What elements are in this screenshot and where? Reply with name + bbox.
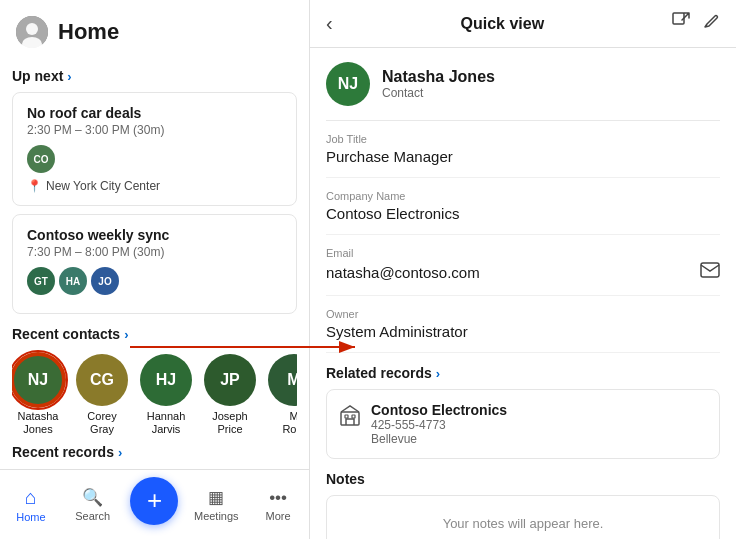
recent-contacts-header[interactable]: Recent contacts › <box>12 326 297 342</box>
field-job-title: Job Title Purchase Manager <box>326 121 720 178</box>
field-company-value: Contoso Electronics <box>326 205 720 222</box>
related-records-section: Related records › Contoso Electronics 42… <box>326 365 720 459</box>
related-1-phone: 425-555-4773 <box>371 418 507 432</box>
contact-large-avatar: NJ <box>326 62 370 106</box>
notes-card: Your notes will appear here. Add a note <box>326 495 720 539</box>
related-card-1[interactable]: Contoso Electronics 425-555-4773 Bellevu… <box>326 389 720 459</box>
related-records-chevron: › <box>436 366 440 381</box>
contact-header-info: Natasha Jones Contact <box>382 68 495 100</box>
contact-jp-name: JosephPrice <box>212 410 247 436</box>
quick-view-actions <box>672 12 720 35</box>
quick-view-title: Quick view <box>341 15 664 33</box>
nav-home[interactable]: ⌂ Home <box>0 486 62 523</box>
upnext-label: Up next <box>12 68 63 84</box>
location-icon: 📍 <box>27 179 42 193</box>
home-icon: ⌂ <box>25 486 37 509</box>
notes-placeholder: Your notes will appear here. <box>443 516 604 531</box>
contact-cg[interactable]: CG CoreyGray <box>76 354 128 436</box>
related-card-1-info: Contoso Electronics 425-555-4773 Bellevu… <box>371 402 507 446</box>
field-company: Company Name Contoso Electronics <box>326 178 720 235</box>
attendee-jo: JO <box>91 267 119 295</box>
related-records-label: Related records <box>326 365 432 381</box>
recent-contacts-chevron: › <box>124 327 128 342</box>
field-owner-label: Owner <box>326 308 720 320</box>
fab-button[interactable]: + <box>130 477 178 525</box>
field-owner-value: System Administrator <box>326 323 720 340</box>
upnext-section-header[interactable]: Up next › <box>12 68 297 84</box>
building-icon <box>339 404 361 431</box>
search-icon: 🔍 <box>82 487 103 508</box>
nav-meetings[interactable]: ▦ Meetings <box>185 487 247 522</box>
field-job-title-value: Purchase Manager <box>326 148 720 165</box>
page-title: Home <box>58 19 119 45</box>
attendee-co: CO <box>27 145 55 173</box>
open-external-icon[interactable] <box>672 12 690 35</box>
notes-section: Notes Your notes will appear here. Add a… <box>326 471 720 539</box>
content-scroll: Up next › No roof car deals 2:30 PM – 3:… <box>0 56 309 469</box>
attendee-ha: HA <box>59 267 87 295</box>
contact-cg-avatar: CG <box>76 354 128 406</box>
attendee-gt: GT <box>27 267 55 295</box>
svg-point-1 <box>26 23 38 35</box>
field-email-row: natasha@contoso.com <box>326 262 720 283</box>
contact-jp-avatar: JP <box>204 354 256 406</box>
contact-jp[interactable]: JP JosephPrice <box>204 354 256 436</box>
recent-records-label: Recent records <box>12 444 114 460</box>
field-job-title-label: Job Title <box>326 133 720 145</box>
recent-contacts-label: Recent contacts <box>12 326 120 342</box>
contact-m-avatar: M <box>268 354 297 406</box>
related-records-header[interactable]: Related records › <box>326 365 720 381</box>
bottom-nav: ⌂ Home 🔍 Search + ▦ Meetings ••• More <box>0 469 309 539</box>
event-1-time: 2:30 PM – 3:00 PM (30m) <box>27 123 282 137</box>
nav-search-label: Search <box>75 510 110 522</box>
svg-rect-5 <box>673 13 684 24</box>
contact-cg-name: CoreyGray <box>87 410 116 436</box>
contact-hj-name: HannahJarvis <box>147 410 186 436</box>
meetings-icon: ▦ <box>208 487 224 508</box>
contact-nj[interactable]: NJ NatashaJones <box>12 354 64 436</box>
nav-meetings-label: Meetings <box>194 510 239 522</box>
quick-view-content: NJ Natasha Jones Contact Job Title Purch… <box>310 48 736 539</box>
nav-home-label: Home <box>16 511 45 523</box>
svg-rect-9 <box>352 415 355 418</box>
left-panel: Home Up next › No roof car deals 2:30 PM… <box>0 0 310 539</box>
contact-m[interactable]: M MRo... <box>268 354 297 436</box>
back-button[interactable]: ‹ <box>326 12 333 35</box>
contacts-row: NJ NatashaJones CG CoreyGray HJ HannahJa… <box>12 350 297 440</box>
edit-icon[interactable] <box>702 12 720 35</box>
event-card-2[interactable]: Contoso weekly sync 7:30 PM – 8:00 PM (3… <box>12 214 297 314</box>
recent-records-chevron: › <box>118 445 122 460</box>
event-2-attendees: GT HA JO <box>27 267 282 295</box>
email-action-icon[interactable] <box>700 262 720 283</box>
nav-fab[interactable]: + <box>124 477 186 533</box>
related-1-location: Bellevue <box>371 432 507 446</box>
contact-nj-avatar: NJ <box>12 354 64 406</box>
quick-view-header: ‹ Quick view <box>310 0 736 48</box>
related-1-name: Contoso Electronics <box>371 402 507 418</box>
event-1-attendees: CO <box>27 145 282 173</box>
field-company-label: Company Name <box>326 190 720 202</box>
contact-hj[interactable]: HJ HannahJarvis <box>140 354 192 436</box>
event-1-title: No roof car deals <box>27 105 282 121</box>
upnext-chevron: › <box>67 69 71 84</box>
notes-label: Notes <box>326 471 365 487</box>
user-avatar <box>16 16 48 48</box>
contact-name: Natasha Jones <box>382 68 495 86</box>
field-owner: Owner System Administrator <box>326 296 720 353</box>
svg-rect-6 <box>701 263 719 277</box>
contact-hj-avatar: HJ <box>140 354 192 406</box>
nav-more-label: More <box>266 510 291 522</box>
event-1-location-text: New York City Center <box>46 179 160 193</box>
field-email-label: Email <box>326 247 720 259</box>
nav-search[interactable]: 🔍 Search <box>62 487 124 522</box>
contact-type: Contact <box>382 86 495 100</box>
nav-more[interactable]: ••• More <box>247 488 309 522</box>
recent-records-header[interactable]: Recent records › <box>12 444 297 460</box>
right-panel: ‹ Quick view NJ Natasha Jones Contact <box>310 0 736 539</box>
field-email: Email natasha@contoso.com <box>326 235 720 296</box>
contact-m-name: MRo... <box>282 410 297 436</box>
contact-header-row: NJ Natasha Jones Contact <box>326 48 720 121</box>
notes-header: Notes <box>326 471 720 487</box>
event-card-1[interactable]: No roof car deals 2:30 PM – 3:00 PM (30m… <box>12 92 297 206</box>
event-1-location: 📍 New York City Center <box>27 179 282 193</box>
